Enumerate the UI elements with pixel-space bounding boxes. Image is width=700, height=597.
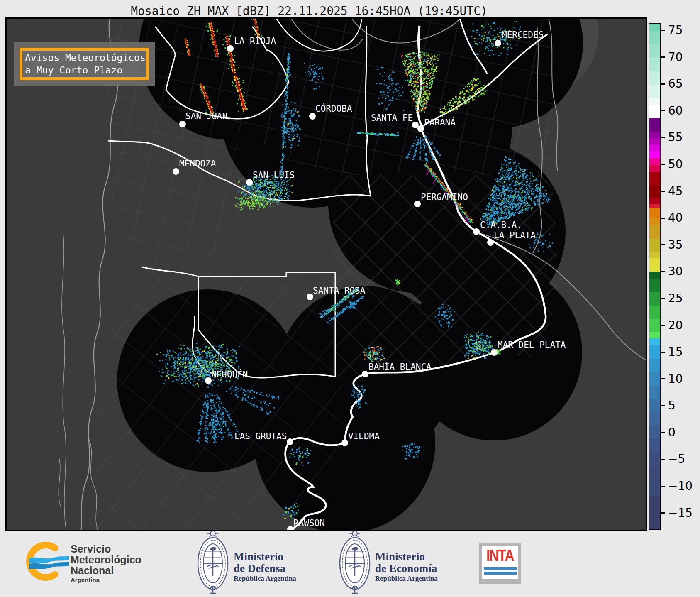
colorbar-tick-label: 5 <box>668 399 676 412</box>
colorbar-tick-label: 50 <box>668 157 683 171</box>
colorbar-tick <box>661 191 665 192</box>
colorbar <box>649 23 661 530</box>
city-label: SAN LUIS <box>253 170 295 180</box>
colorbar-tick-label: 0 <box>668 426 676 439</box>
city-dot <box>495 40 501 46</box>
city-dot <box>414 201 421 207</box>
radar-map: MERCEDESLA RIOJASAN JUANCÓRDOBASANTA FEP… <box>5 17 647 531</box>
colorbar-tick <box>661 432 665 433</box>
city-dot <box>246 179 253 186</box>
colorbar-tick-label: 75 <box>668 23 683 37</box>
city-dot <box>417 125 424 132</box>
map-canvas: MERCEDESLA RIOJASAN JUANCÓRDOBASANTA FEP… <box>6 18 646 530</box>
colorbar-tick-label: 15 <box>668 345 683 359</box>
city-dot <box>173 168 179 175</box>
warning-box-border: Avisos Meteorológicos a Muy Corto Plazo <box>20 48 149 80</box>
colorbar-tick-label: 65 <box>668 77 683 91</box>
city-dot <box>362 371 368 377</box>
colorbar-tick <box>661 378 665 379</box>
colorbar-tick-label: −15 <box>668 506 693 519</box>
economia-country: República Argentina <box>375 575 438 583</box>
city-label: MAR DEL PLATA <box>498 340 566 350</box>
city-dot <box>309 113 316 120</box>
footer-logos: Servicio Meteorológico Nacional Argentin… <box>0 531 700 597</box>
city-dot <box>179 121 186 127</box>
city-label: SANTA FE <box>371 113 413 123</box>
city-dot <box>287 438 293 445</box>
colorbar-tick-label: 45 <box>668 184 683 198</box>
inta-logo: INTA <box>479 543 521 584</box>
colorbar-tick-label: 20 <box>668 318 683 332</box>
defensa-crest <box>198 531 228 593</box>
colorbar-tick <box>661 110 665 111</box>
city-label: MENDOZA <box>179 159 216 169</box>
colorbar-tick <box>661 56 665 58</box>
city-dot <box>205 377 212 384</box>
colorbar-tick <box>661 298 665 299</box>
colorbar-tick-label: 60 <box>668 104 683 117</box>
city-dot <box>412 122 419 128</box>
city-label: PARANÁ <box>424 117 456 127</box>
inta-logo-inner: INTA <box>482 546 518 579</box>
city-dot <box>341 440 348 446</box>
colorbar-tick-label: 35 <box>668 238 683 252</box>
colorbar-tick <box>661 218 665 219</box>
smn-logo <box>29 545 69 577</box>
colorbar-tick <box>661 486 665 487</box>
city-dot <box>227 45 234 52</box>
smn-text-argentina: Argentina <box>71 576 100 583</box>
colorbar-tick <box>661 30 665 31</box>
colorbar-tick <box>661 459 665 460</box>
colorbar-tick-label: 55 <box>668 130 683 144</box>
smn-text-nacional: Nacional <box>71 565 114 577</box>
city-dot <box>473 228 480 235</box>
city-label: LA PLATA <box>494 230 536 240</box>
city-dot <box>487 239 494 246</box>
inta-bar-top <box>484 567 517 570</box>
colorbar-tick-label: 10 <box>668 372 683 386</box>
colorbar-tick <box>661 83 665 85</box>
warning-line-2: a Muy Corto Plazo <box>25 64 146 76</box>
defensa-subtitle: de Defensa <box>234 562 285 575</box>
smn-text-meteorologico: Meteorológico <box>71 554 141 566</box>
defensa-title: Ministerio <box>234 551 283 563</box>
economia-title: Ministerio <box>375 551 425 563</box>
colorbar-tick <box>661 325 665 326</box>
city-dot <box>491 349 498 356</box>
city-label: LAS GRUTAS <box>234 431 287 441</box>
economia-crest <box>340 531 370 593</box>
city-label: BAHÍA BLANCA <box>368 362 432 372</box>
inta-label: INTA <box>485 546 515 565</box>
colorbar-tick-label: 40 <box>668 211 683 225</box>
colorbar-tick-label: −5 <box>668 452 685 466</box>
economia-subtitle: de Economía <box>375 562 437 575</box>
colorbar-tick <box>661 244 665 245</box>
city-label: SANTA ROSA <box>313 286 366 296</box>
smn-text-servicio: Servicio <box>71 543 111 555</box>
city-label: VIEDMA <box>348 431 380 441</box>
warning-box[interactable]: Avisos Meteorológicos a Muy Corto Plazo <box>14 42 155 86</box>
city-label: LA RIOJA <box>234 36 276 46</box>
city-label: CÓRDOBA <box>315 103 352 114</box>
colorbar-tick-label: 25 <box>668 291 683 305</box>
inta-bar-bottom <box>484 572 517 575</box>
colorbar-tick <box>661 271 665 272</box>
city-label: SAN JUAN <box>185 111 227 121</box>
colorbar-tick <box>661 512 665 514</box>
city-label: MERCEDES <box>502 30 544 40</box>
colorbar-tick-label: 70 <box>668 50 683 64</box>
defensa-country: República Argentina <box>234 575 296 583</box>
page-title: Mosaico ZH MAX [dBZ] 22.11.2025 16:45HOA… <box>131 4 488 18</box>
city-label: NEUQUÉN <box>211 369 248 379</box>
city-label: C.A.B.A. <box>480 220 522 230</box>
colorbar-tick-label: −10 <box>668 479 693 493</box>
colorbar-tick <box>661 164 665 165</box>
colorbar-tick <box>661 352 665 353</box>
city-label: PERGAMINO <box>421 192 468 202</box>
colorbar-tick-label: 30 <box>668 264 683 278</box>
warning-line-1: Avisos Meteorológicos <box>25 51 146 64</box>
colorbar-tick <box>661 137 665 138</box>
colorbar-tick <box>661 405 665 406</box>
city-dot <box>307 294 313 300</box>
city-label: RAWSON <box>293 518 325 528</box>
